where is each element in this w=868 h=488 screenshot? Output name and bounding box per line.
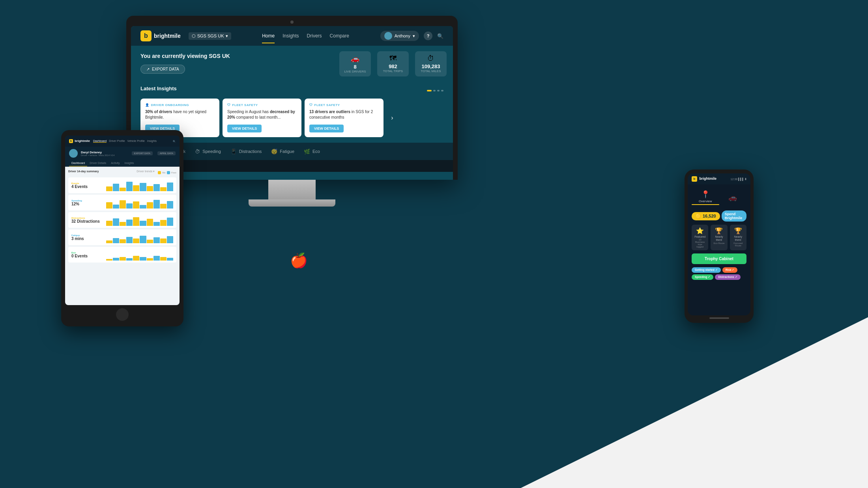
tablet-section-title: Driver 14-day summary xyxy=(68,170,99,173)
tablet-content-header: Driver 14-day summary Driver trends ▾ Me… xyxy=(68,170,176,175)
insight-category-2: 🛡 FLEET SAFETY xyxy=(227,103,297,107)
reward-focused-sub: Focused Route xyxy=(732,242,744,247)
phone-reward-featured[interactable]: ⭐ Featured 10 Business trips logged xyxy=(692,225,708,250)
phone-container: b brightmile 12:38 ▌▌▌ ▮ 📍 Overview xyxy=(685,169,754,323)
badge-getting-started-label: Getting started ✓ xyxy=(695,268,718,272)
legend-yellow xyxy=(158,171,161,174)
org-icon: ⬡ xyxy=(192,34,196,39)
nav-links: Home Insights Drivers Compare xyxy=(239,32,372,40)
pillar-eco[interactable]: 🌿 Eco xyxy=(304,145,320,158)
app-logo: b brightmile xyxy=(140,30,181,41)
insight-cat-label-3: FLEET SAFETY xyxy=(314,103,340,107)
tablet-content: Driver 14-day summary Driver trends ▾ Me… xyxy=(65,167,180,305)
legend-blue-text: Fleet xyxy=(171,171,176,174)
phone-score-value: 16,520 xyxy=(703,214,716,218)
dot-3 xyxy=(437,90,440,91)
phone-reward-eco[interactable]: 🏆 Nearly there Eco Route xyxy=(711,225,727,250)
tablet-tab-insights[interactable]: Insights xyxy=(122,160,136,166)
tablet-eco-left: Eco 0 Events xyxy=(71,251,103,258)
pagination-dots xyxy=(427,90,443,91)
tablet-speeding-value: 12% xyxy=(71,202,103,206)
phone-overview-nav[interactable]: 📍 Overview xyxy=(692,190,719,205)
user-badge[interactable]: Anthony ▾ xyxy=(380,31,419,41)
reward-featured-icon: ⭐ xyxy=(694,227,706,235)
tablet-nav-vehicle[interactable]: Vehicle Profile xyxy=(127,140,145,143)
tablet-home-button[interactable] xyxy=(116,308,129,321)
tablet-nav-dashboard[interactable]: Dashboard xyxy=(93,140,107,143)
insight-card-3: 🛡 FLEET SAFETY 13 drivers are outliers i… xyxy=(305,99,383,137)
insight-text-1: 30% of drivers have no yet signed Bright… xyxy=(145,109,215,120)
stat-trips-label: TOTAL TRIPS xyxy=(380,69,406,73)
phone-spend-button[interactable]: Spend Brightmile xyxy=(722,210,746,222)
phone-home-indicator[interactable] xyxy=(709,317,729,319)
phone-frame: b brightmile 12:38 ▌▌▌ ▮ 📍 Overview xyxy=(685,169,754,323)
badge-speeding-label: Speeding ✓ xyxy=(695,276,710,279)
tablet-nav-profile[interactable]: Driver Profile xyxy=(109,140,125,143)
phone-badge-getting-started[interactable]: Getting started ✓ xyxy=(692,267,721,273)
view-details-btn-3[interactable]: VIEW DETAILS xyxy=(309,125,344,132)
reward-focused-icon: 🏆 xyxy=(732,227,744,235)
badge-distractions-label: Distractions ✓ xyxy=(718,276,737,279)
tablet-fatigue-chart xyxy=(106,231,173,243)
export-label: EXPORT DATA xyxy=(152,67,179,71)
phone-badge-distractions[interactable]: Distractions ✓ xyxy=(715,274,740,280)
phone-reward-focused[interactable]: 🏆 Nearly there Focused Route xyxy=(730,225,746,250)
stat-drivers-value: 8 xyxy=(342,64,368,70)
tablet-april-btn[interactable]: APRIL DATA xyxy=(157,151,176,155)
tablet-search-icon[interactable]: 🔍 xyxy=(173,140,176,143)
app-navbar: b brightmile ⬡ SGS SGS UK ▾ Home Insight… xyxy=(131,26,453,46)
tablet-tab-dashboard[interactable]: Dashboard xyxy=(69,160,87,166)
monitor-base xyxy=(249,199,335,207)
tablet-tab-driver[interactable]: Driver Details xyxy=(87,160,108,166)
phone-badge-risk[interactable]: Risk ✓ xyxy=(722,267,738,273)
user-chevron: ▾ xyxy=(413,34,415,39)
tablet-export-btn[interactable]: EXPORT DATA xyxy=(132,151,153,155)
org-badge[interactable]: ⬡ SGS SGS UK ▾ xyxy=(189,32,231,40)
tablet-screen: b brightmile Dashboard Driver Profile Ve… xyxy=(65,136,180,305)
stat-miles-label: TOTAL MILES xyxy=(418,69,443,73)
phone-trophy-button[interactable]: Trophy Cabinet xyxy=(692,253,746,264)
next-insights-button[interactable]: › xyxy=(387,114,398,121)
tablet-distractions-value: 32 Distractions xyxy=(71,219,103,224)
insight-cat-icon-3: 🛡 xyxy=(309,103,313,107)
speeding-icon: ⏱ xyxy=(195,149,200,155)
nav-drivers[interactable]: Drivers xyxy=(307,32,322,40)
tablet-speeding-block: Speeding 12% xyxy=(68,195,176,210)
tablet-events-block: Events 4 Events xyxy=(68,177,176,193)
phone-overview-nav-label: Overview xyxy=(692,199,719,203)
badge-risk-label: Risk ✓ xyxy=(726,268,735,272)
tablet-nav: b brightmile Dashboard Driver Profile Ve… xyxy=(65,136,180,147)
pillar-speeding[interactable]: ⏱ Speeding xyxy=(195,145,221,158)
tablet-eco-chart xyxy=(106,249,173,261)
phone-logo-text: brightmile xyxy=(700,177,717,181)
tablet-distractions-block: Distractions 32 Distractions xyxy=(68,212,176,228)
phone-badge-speeding[interactable]: Speeding ✓ xyxy=(692,274,713,280)
distractions-label: Distractions xyxy=(239,149,262,154)
tablet-eco-block: Eco 0 Events xyxy=(68,247,176,263)
phone-trips-nav[interactable]: 🚗 xyxy=(719,193,747,202)
nav-insights[interactable]: Insights xyxy=(282,32,299,40)
nav-compare[interactable]: Compare xyxy=(330,32,349,40)
legend-blue xyxy=(167,171,170,174)
export-button[interactable]: ↗ EXPORT DATA xyxy=(140,65,185,74)
tablet-nav-insights[interactable]: Insights xyxy=(147,140,157,143)
phone-navbar: b brightmile 12:38 ▌▌▌ ▮ xyxy=(688,173,750,184)
search-icon[interactable]: 🔍 xyxy=(437,33,443,39)
pillar-fatigue[interactable]: 😴 Fatigue xyxy=(271,145,294,158)
legend-yellow-text: Me xyxy=(162,171,165,174)
insight-cards-wrapper: 👤 DRIVER ONBOARDING 30% of drivers have … xyxy=(140,99,443,137)
phone-overview-section: 📍 Overview 🚗 xyxy=(688,184,750,208)
nav-home[interactable]: Home xyxy=(262,32,275,40)
phone-time: 12:38 xyxy=(731,178,738,181)
org-chevron: ▾ xyxy=(226,34,228,39)
stat-miles-value: 109,283 xyxy=(418,63,443,69)
user-name: Anthony xyxy=(395,34,410,38)
pillar-distractions[interactable]: 📱 Distractions xyxy=(230,145,262,158)
help-button[interactable]: ? xyxy=(424,32,432,40)
phone-overview-underline xyxy=(692,204,719,205)
view-details-btn-2[interactable]: VIEW DETAILS xyxy=(227,125,262,132)
speeding-label: Speeding xyxy=(202,149,221,154)
tablet-user-info: Daryl Delaney Driver • Vehicle: Tesla 20… xyxy=(81,151,129,156)
tablet-tab-activity[interactable]: Activity xyxy=(108,160,122,166)
eco-icon: 🌿 xyxy=(304,149,310,155)
